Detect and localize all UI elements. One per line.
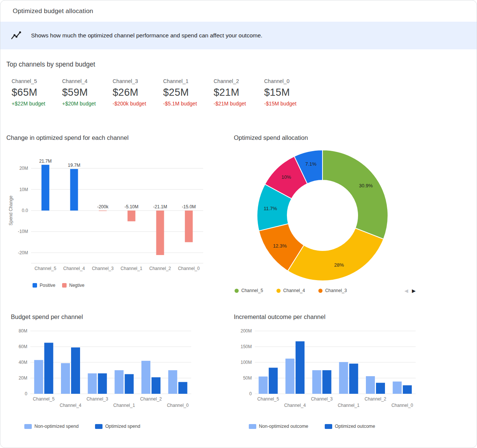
channel-name: Channel_0 [264,78,315,84]
svg-text:150M: 150M [241,344,252,349]
svg-text:Channel_5: Channel_5 [34,266,56,271]
legend-swatch [318,289,322,293]
channel-budget-delta: -$5.1M budget [163,101,214,107]
svg-text:80M: 80M [19,328,27,334]
spend-allocation-chart-section: Optimized spend allocation 30.9%28%12.3%… [231,134,471,293]
bar-Channel_4 [61,363,70,394]
donut-legend-items: Channel_5Channel_4Channel_3 [235,288,347,293]
svg-text:0: 0 [25,391,27,396]
svg-text:21.7M: 21.7M [39,159,52,164]
channel-card: Channel_2 $21M -$21M budget [214,78,264,107]
legend-item-optimized-spend[interactable]: Optimized spend [95,424,140,429]
legend-prev-button[interactable]: ◀ [404,288,408,293]
bar-Channel_3 [99,211,107,211]
channel-card: Channel_5 $65M +$22M budget [12,78,62,107]
bar-Channel_1 [339,362,348,394]
spend-change-legend: PositiveNegtive [33,283,231,288]
legend-next-button[interactable]: ▶ [412,288,416,293]
legend-item-non-optimized-outcome[interactable]: Non-optimized outcome [249,424,308,429]
svg-text:Channel_4: Channel_4 [63,266,85,271]
channel-name: Channel_3 [113,78,163,84]
legend-swatch [325,424,332,429]
legend-label: Optimized outcome [335,424,375,429]
svg-text:0: 0 [249,391,252,396]
legend-swatch [95,424,103,429]
svg-text:Channel_4: Channel_4 [59,403,81,408]
svg-text:Channel_1: Channel_1 [113,403,135,408]
svg-text:Channel_5: Channel_5 [33,396,55,402]
channel-amount: $25M [163,87,214,98]
incremental-outcome-bar-chart: 050M100M150M200MChannel_5Channel_4Channe… [231,326,471,418]
legend-label: Optimized spend [105,424,140,429]
legend-item-negtive[interactable]: Negtive [62,283,85,288]
svg-text:7.1%: 7.1% [305,161,317,167]
channel-budget-delta: -$200k budget [113,101,163,107]
svg-text:30.9%: 30.9% [359,183,373,188]
incremental-outcome-chart-title: Incremental outcome per channel [234,313,471,320]
svg-text:20M: 20M [19,166,28,171]
bar-Channel_0 [403,385,412,394]
svg-text:20M: 20M [19,375,27,381]
budget-spend-chart-title: Budget spend per channel [11,313,231,320]
spend-allocation-svg: 30.9%28%12.3%11.7%10%7.1% [231,145,410,284]
spend-change-svg: 20M10M0.0-10M-20M21.7MChannel_519.7MChan… [6,145,211,277]
budget-spend-chart-section: Budget spend per channel 020M40M60M80MCh… [6,313,231,429]
legend-item-channel_5[interactable]: Channel_5 [235,288,263,293]
legend-item-positive[interactable]: Positive [33,283,55,288]
bar-Channel_2 [366,376,375,394]
legend-item-optimized-outcome[interactable]: Optimized outcome [325,424,375,429]
charts-row-bottom: Budget spend per channel 020M40M60M80MCh… [0,313,477,429]
incremental-outcome-chart-section: Incremental outcome per channel 050M100M… [231,313,471,429]
panel-header: Optimized budget allocation [0,0,477,22]
spend-allocation-chart-title: Optimized spend allocation [234,134,471,141]
legend-swatch [33,283,37,288]
channel-card: Channel_4 $59M +$20M budget [62,78,113,107]
legend-label: Non-optimized outcome [259,424,308,429]
channel-amount: $59M [62,87,113,98]
info-banner: Shows how much the optimized channel per… [0,22,477,49]
svg-text:10M: 10M [19,187,28,192]
bar-Channel_5 [259,377,267,394]
top-channels-heading: Top channels by spend budget [6,61,471,68]
legend-label: Positive [40,283,55,288]
budget-spend-legend: Non-optimized spendOptimized spend [24,424,231,429]
channel-budget-delta: -$21M budget [214,101,264,107]
svg-text:12.3%: 12.3% [273,243,287,249]
legend-item-channel_4[interactable]: Channel_4 [276,288,305,293]
budget-spend-svg: 020M40M60M80MChannel_5Channel_4Channel_3… [6,326,201,417]
bar-Channel_3 [88,373,97,394]
channel-card: Channel_1 $25M -$5.1M budget [163,78,214,107]
incremental-outcome-svg: 050M100M150M200MChannel_5Channel_4Channe… [231,326,425,417]
channel-budget-delta: +$22M budget [12,101,62,107]
svg-text:Channel_1: Channel_1 [120,266,142,271]
bar-Channel_3 [312,370,321,394]
channel-card: Channel_3 $26M -$200k budget [113,78,163,107]
slice-Channel_5 [322,150,388,239]
legend-label: Channel_3 [325,288,347,293]
bar-Channel_1 [349,363,358,394]
channel-budget-delta: -$15M budget [264,101,315,107]
channel-amount: $15M [264,87,315,98]
bar-Channel_1 [125,374,134,394]
top-channels-section: Top channels by spend budget Channel_5 $… [0,49,477,107]
legend-pager: ◀ ▶ [404,288,416,293]
legend-label: Channel_5 [241,288,263,293]
svg-text:Channel_3: Channel_3 [311,396,333,402]
legend-item-non-optimized-spend[interactable]: Non-optimized spend [24,424,79,429]
svg-text:Channel_2: Channel_2 [149,266,171,271]
bar-Channel_2 [376,383,385,394]
legend-label: Non-optimized spend [34,424,79,429]
channel-name: Channel_1 [163,78,214,84]
banner-text: Shows how much the optimized channel per… [31,32,262,39]
spend-change-chart-title: Change in optimized spend for each chann… [6,134,231,141]
channel-amount: $21M [214,87,264,98]
optimized-budget-allocation-panel: Optimized budget allocation Shows how mu… [0,0,477,448]
svg-text:60M: 60M [19,344,27,349]
svg-text:Spend Change: Spend Change [8,196,13,225]
legend-item-channel_3[interactable]: Channel_3 [318,288,347,293]
donut-legend: Channel_5Channel_4Channel_3 ◀ ▶ [231,288,416,293]
bar-Channel_1 [114,370,123,394]
bar-Channel_0 [393,381,402,394]
bar-Channel_5 [34,360,43,394]
page-title: Optimized budget allocation [13,7,93,15]
